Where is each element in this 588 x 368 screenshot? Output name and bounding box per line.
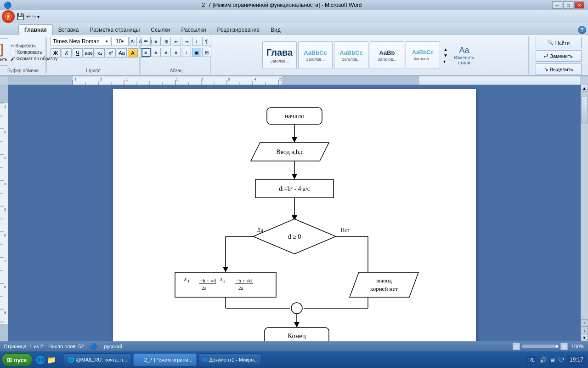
minimize-button[interactable]: ─ (552, 1, 562, 9)
scroll-thumb[interactable] (581, 97, 588, 124)
editing-group: 🔍 Найти ⇄ Заменить ↘ Выделить Редактиров… (531, 36, 586, 75)
svg-text:1: 1 (126, 77, 128, 81)
align-justify-btn[interactable]: ≡ (172, 48, 181, 57)
svg-rect-30 (0, 103, 8, 324)
style-heading2[interactable]: AaBbCc Заголов... (298, 41, 333, 69)
office-button[interactable] (2, 10, 15, 23)
decrease-indent-btn[interactable]: ⇤ (172, 37, 181, 46)
titlebar-controls: ─ □ ✕ (552, 1, 584, 9)
word-count: Число слов: 52 (49, 344, 84, 349)
pilcrow-btn[interactable]: ¶ (202, 37, 211, 46)
tab-review[interactable]: Рецензирование (211, 25, 265, 35)
styles-more[interactable]: ▾ (443, 59, 448, 64)
zoom-in-btn[interactable]: + (560, 343, 568, 350)
multilevel-list-btn[interactable]: ⊞ (162, 37, 171, 46)
svg-text:−b + √d: −b + √d (236, 278, 252, 283)
quicklaunch-ie[interactable]: 🌐 (36, 356, 45, 364)
line-spacing-btn[interactable]: ↕ (182, 48, 191, 57)
vertical-ruler: 1 2 3 4 5 6 7 8 9 (0, 85, 8, 341)
tab-view[interactable]: Вид (265, 25, 286, 35)
subscript-button[interactable]: x₂ (95, 48, 105, 58)
language-indicator[interactable]: русский (102, 343, 124, 350)
styles-content: Глава Заголов... AaBbCc Заголов... AaBbC… (262, 37, 479, 74)
save-quick-btn[interactable]: 💾 (17, 13, 24, 21)
mailru-icon: 🌐 (68, 357, 74, 363)
zoom-thumb[interactable] (555, 345, 559, 348)
sort-btn[interactable]: ↕ (192, 37, 201, 46)
styles-scroll-down[interactable]: ▼ (443, 53, 448, 58)
scroll-track[interactable] (581, 92, 588, 319)
help-icon[interactable]: ? (578, 26, 586, 34)
style-heading5[interactable]: AaBbCc Заголов... (406, 41, 440, 69)
increase-indent-btn[interactable]: ⇥ (182, 37, 191, 46)
find-button[interactable]: 🔍 Найти (536, 37, 582, 48)
taskbar-mailru[interactable]: 🌐 @MAIL.RU: почта, п... (64, 353, 132, 366)
highlight-button[interactable]: A (128, 48, 138, 58)
titlebar: 🔵 2_7 [Режим ограниченной функциональнос… (0, 0, 588, 10)
statusbar-left: Страница: 1 из 2 Число слов: 52 🔵 русски… (4, 343, 124, 350)
redo-quick-btn[interactable]: ↪ (32, 13, 36, 20)
start-button[interactable]: ⊞ пуск (2, 353, 32, 366)
titlebar-left: 🔵 (4, 1, 11, 9)
paste-button[interactable]: 📋 Вставить (0, 38, 8, 66)
tab-references[interactable]: Ссылки (145, 25, 175, 35)
underline-button[interactable]: Ч (73, 48, 83, 58)
strikethrough-button[interactable]: abc (84, 48, 94, 58)
zoom-out-btn[interactable]: − (513, 343, 520, 350)
svg-text:Нет: Нет (340, 227, 350, 233)
scroll-down-button[interactable]: ▼ (581, 334, 588, 341)
scroll-up-button[interactable]: ▲ (581, 85, 588, 92)
italic-button[interactable]: К (62, 48, 72, 58)
style-heading4[interactable]: AaBb Заголов... (370, 41, 404, 69)
page-info: Страница: 1 из 2 (4, 344, 43, 349)
svg-marker-62 (292, 137, 297, 143)
clipboard-label: Буфер обмена (7, 67, 39, 74)
align-center-btn[interactable]: ≡ (152, 48, 161, 57)
style-label-3: Заголов... (342, 57, 361, 62)
ruler-right (580, 76, 588, 85)
style-heading3[interactable]: AaBbCc Заголов... (334, 41, 368, 69)
superscript-button[interactable]: x² (106, 48, 116, 58)
tab-page-layout[interactable]: Разметка страницы (84, 25, 145, 35)
align-right-btn[interactable]: ≡ (162, 48, 171, 57)
taskbar-word1[interactable]: W 2_7 [Режим ограни... (133, 353, 197, 366)
quicklaunch-folder[interactable]: 📁 (47, 356, 56, 364)
styles-scroll-up[interactable]: ▲ (443, 47, 448, 52)
font-size-increase-btn[interactable]: A↑ (130, 37, 137, 46)
taskbar-word2[interactable]: W Документ1 - Микро... (198, 353, 262, 366)
statusbar-right: − + 100% (513, 343, 584, 350)
tab-insert[interactable]: Вставка (53, 25, 85, 35)
tab-home[interactable]: Главная (18, 24, 53, 35)
scroll-page-up-btn[interactable]: ↑ (581, 319, 588, 327)
list-bullet-btn[interactable]: ☰ (141, 37, 151, 46)
qa-dropdown-btn[interactable]: ▾ (37, 14, 40, 19)
close-button[interactable]: ✕ (574, 1, 584, 9)
select-button[interactable]: ↘ Выделить (536, 63, 582, 75)
font-name-input[interactable]: Times New Roman ▾ (51, 37, 110, 46)
tab-mailings[interactable]: Рассылки (176, 25, 212, 35)
undo-quick-btn[interactable]: ↩ (26, 13, 31, 20)
svg-text:7: 7 (4, 259, 6, 263)
change-styles-button[interactable]: Aa Изменить стили (449, 41, 479, 69)
restore-button[interactable]: □ (563, 1, 573, 9)
list-number-btn[interactable]: ≡ (152, 37, 161, 46)
svg-text:x: x (220, 276, 223, 282)
font-label: Шрифт (86, 67, 101, 74)
svg-text:−b + √d: −b + √d (200, 278, 216, 283)
ribbon: 📋 Вставить ✂ Вырезать 📄 Копировать 🖌 Фор… (0, 35, 588, 76)
select-icon: ↘ (544, 66, 548, 72)
case-button[interactable]: Aa (117, 48, 127, 58)
text-cursor (127, 98, 127, 106)
svg-rect-29 (0, 85, 8, 103)
replace-button[interactable]: ⇄ Заменить (536, 50, 582, 62)
align-left-btn[interactable]: ≡ (141, 48, 151, 57)
shading-btn[interactable]: ▣ (192, 48, 201, 57)
border-btn[interactable]: ⊞ (202, 48, 211, 57)
bold-button[interactable]: Ж (51, 48, 61, 58)
font-size-input[interactable]: 10 ▾ (111, 37, 129, 46)
zoom-slider[interactable] (522, 345, 559, 348)
document-container[interactable]: @keyframes blink{0%,100%{opacity:1}50%{o… (8, 85, 581, 341)
style-heading1[interactable]: Глава Заголов... (262, 41, 297, 69)
scroll-page-down-btn[interactable]: ↓ (581, 327, 588, 334)
svg-text:=: = (226, 276, 230, 282)
